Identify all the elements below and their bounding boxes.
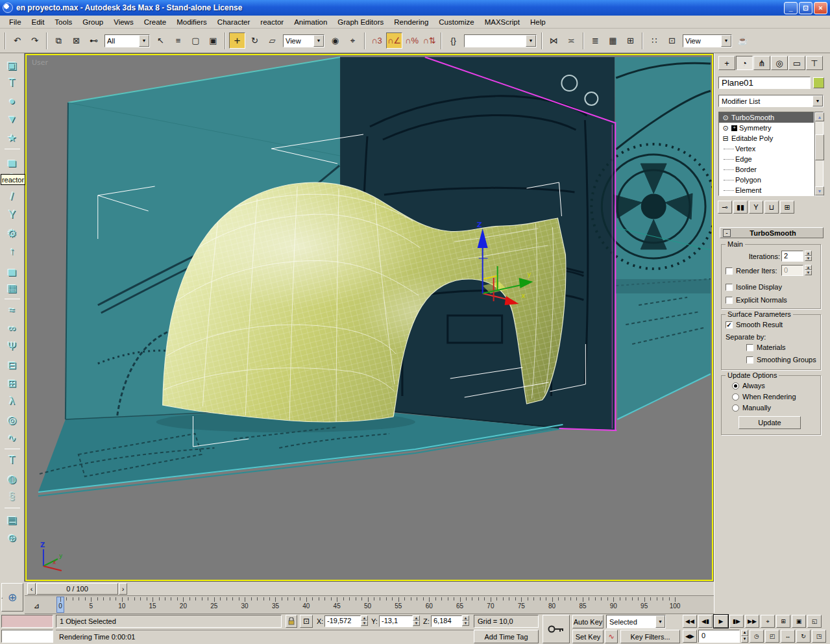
material-editor-button[interactable]: ∷ xyxy=(646,32,663,49)
select-by-name-button[interactable]: ≡ xyxy=(170,32,186,49)
tab-display[interactable]: ▭ xyxy=(788,56,805,70)
make-unique-button[interactable]: Y xyxy=(749,201,763,214)
cloth-modifier-icon[interactable]: T xyxy=(3,452,21,469)
explicit-normals-checkbox[interactable] xyxy=(726,297,733,304)
menu-file[interactable]: File xyxy=(4,17,27,27)
go-to-start-button[interactable]: ◀◀ xyxy=(683,615,697,628)
minimize-button[interactable]: _ xyxy=(784,2,798,14)
update-button[interactable]: Update xyxy=(738,416,801,429)
modifier-list-arrow-icon[interactable]: ▼ xyxy=(812,95,823,106)
mini-listener-script[interactable] xyxy=(1,630,53,643)
set-key-button[interactable]: Set Key xyxy=(572,630,604,643)
stack-item-element[interactable]: Element xyxy=(719,185,814,195)
mini-listener-macro[interactable] xyxy=(1,615,53,628)
menu-graph-editors[interactable]: Graph Editors xyxy=(332,17,389,27)
select-and-rotate-button[interactable]: ↻ xyxy=(247,32,263,49)
crossing-selection-button[interactable]: ▣ xyxy=(205,32,221,49)
deforming-mesh-collection-icon[interactable]: ★ xyxy=(3,129,21,146)
render-iters-checkbox[interactable] xyxy=(726,267,733,275)
angle-snap-button[interactable]: ∩∠ xyxy=(386,32,402,49)
close-button[interactable]: × xyxy=(814,2,827,14)
smoothing-groups-checkbox[interactable] xyxy=(746,356,753,364)
track-bar[interactable]: 0510152025303540455055606570758085909510… xyxy=(25,596,714,614)
named-selection-dropdown[interactable]: ▼ xyxy=(464,34,537,47)
manually-radio[interactable] xyxy=(732,404,739,412)
select-and-link-button[interactable]: ⧉ xyxy=(51,32,67,49)
water-icon[interactable]: ≈ xyxy=(3,302,21,319)
named-selection-dropdown-arrow-icon[interactable]: ▼ xyxy=(526,35,536,47)
modifier-list-dropdown[interactable]: Modifier List ▼ xyxy=(718,95,824,107)
go-to-end-button[interactable]: ▶▶ xyxy=(745,615,759,628)
menu-help[interactable]: Help xyxy=(525,17,551,27)
preview-window-icon[interactable]: ▤ xyxy=(3,511,21,528)
stack-scrollbar[interactable]: ▲ ▼ xyxy=(814,112,824,196)
use-center-button[interactable]: ◉ xyxy=(327,32,343,49)
selection-lock-icon[interactable] xyxy=(286,615,297,628)
object-name-field[interactable] xyxy=(718,77,811,89)
stack-item-symmetry[interactable]: ⊙+Symmetry xyxy=(719,123,814,133)
stack-item-vertex[interactable]: Vertex xyxy=(719,143,814,154)
lightbulb-icon[interactable]: ⊙ xyxy=(721,124,730,132)
menu-create[interactable]: Create xyxy=(139,17,172,27)
stack-item-editable-poly[interactable]: ⊟Editable Poly xyxy=(719,133,814,143)
z-coordinate-field[interactable]: 6,184 xyxy=(431,615,462,627)
menu-views[interactable]: Views xyxy=(108,17,138,27)
prismatic-constraint-icon[interactable]: λ xyxy=(3,393,21,410)
remove-modifier-button[interactable]: ⊔ xyxy=(764,201,779,214)
cloth-collection-icon[interactable]: T xyxy=(3,75,21,92)
iterations-spinner[interactable]: ▲▼ xyxy=(805,251,812,261)
maxscript-listener-button[interactable]: ⊕ xyxy=(1,583,23,612)
x-spinner[interactable]: ▲▼ xyxy=(361,615,368,626)
layer-manager-button[interactable]: ≣ xyxy=(587,32,604,49)
collapse-icon[interactable]: ⊟ xyxy=(721,134,730,143)
motor-icon[interactable]: ⚙ xyxy=(3,225,21,242)
tab-create[interactable]: + xyxy=(718,56,735,70)
viewport-label[interactable]: User xyxy=(32,58,48,67)
stack-item-edge[interactable]: Edge xyxy=(719,154,814,164)
quick-render-button[interactable]: ☕ xyxy=(735,32,751,49)
time-configuration-button[interactable]: ◷ xyxy=(750,630,764,643)
isoline-checkbox[interactable] xyxy=(726,284,733,291)
stack-item-polygon[interactable]: Polygon xyxy=(719,175,814,185)
key-filters-button[interactable]: Key Filters... xyxy=(620,630,680,643)
stack-item-turbosmooth[interactable]: ⊙TurboSmooth xyxy=(719,112,814,123)
reference-coordinate-dropdown[interactable]: View▼ xyxy=(283,34,324,47)
collapse-icon[interactable]: - xyxy=(723,229,731,237)
absolute-offset-toggle-icon[interactable]: ⊡ xyxy=(300,615,313,628)
y-spinner[interactable]: ▲▼ xyxy=(413,615,420,626)
soft-body-collection-icon[interactable]: ● xyxy=(3,93,21,110)
play-animation-button[interactable]: ▶ xyxy=(714,615,728,628)
restore-button[interactable]: ⊡ xyxy=(799,2,812,14)
select-and-move-button[interactable]: + xyxy=(229,32,245,49)
zoom-region-button[interactable]: ◰ xyxy=(765,630,779,643)
z-spinner[interactable]: ▲▼ xyxy=(462,615,469,626)
zoom-button[interactable]: ⌖ xyxy=(761,615,775,628)
angular-dashpot-icon[interactable]: Y xyxy=(3,206,21,223)
zoom-extents-button[interactable]: ▣ xyxy=(792,615,806,628)
spinner-snap-button[interactable]: ∩⇅ xyxy=(421,32,437,49)
redo-button[interactable]: ↷ xyxy=(27,32,43,49)
menu-reactor[interactable]: reactor xyxy=(255,17,289,27)
selected-set-arrow-icon[interactable]: ▼ xyxy=(655,615,665,628)
tab-utilities[interactable]: ⊤ xyxy=(806,56,823,70)
ragdoll-constraint-icon[interactable]: Ψ xyxy=(3,338,21,355)
analyze-icon[interactable]: ⊕ xyxy=(3,529,21,546)
y-coordinate-field[interactable]: -13,1 xyxy=(379,615,413,627)
select-and-scale-button[interactable]: ▱ xyxy=(264,32,280,49)
scroll-down-icon[interactable]: ▼ xyxy=(815,186,824,195)
menu-edit[interactable]: Edit xyxy=(27,17,50,27)
object-color-swatch[interactable] xyxy=(813,77,824,88)
tab-motion[interactable]: ◎ xyxy=(771,56,788,70)
default-in-out-tangents-icon[interactable]: ∿ xyxy=(605,630,618,643)
fracture-icon[interactable]: ▦ xyxy=(3,279,21,296)
bind-to-space-warp-button[interactable]: ⊷ xyxy=(86,32,102,49)
point-point-constraint-icon[interactable]: ⊞ xyxy=(3,375,21,391)
next-frame-button[interactable]: ▮▶ xyxy=(729,615,744,628)
frame-number-field[interactable]: 0 xyxy=(698,630,740,643)
min-max-toggle-button[interactable]: ◳ xyxy=(812,630,826,643)
constraint-solver-icon[interactable]: ∞ xyxy=(3,320,21,337)
configure-modifier-sets-button[interactable]: ⊞ xyxy=(780,201,794,214)
mini-curve-editor-button[interactable]: ⊿ xyxy=(29,599,44,613)
when-rendering-radio[interactable] xyxy=(732,393,739,401)
render-iters-spinner[interactable]: ▲▼ xyxy=(805,265,812,275)
